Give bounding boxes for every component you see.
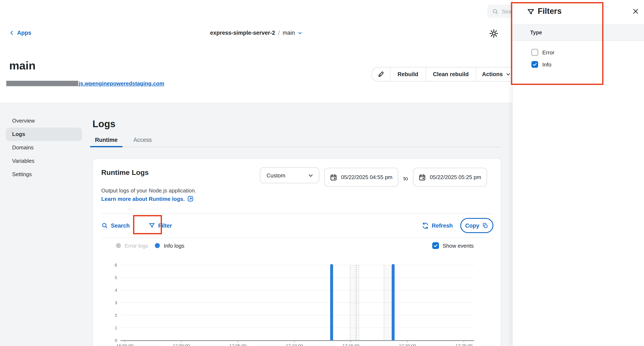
tickmark [124,340,125,342]
gear-icon [489,28,499,38]
tab-runtime[interactable]: Runtime [90,133,122,147]
environment-switcher[interactable]: main [283,30,302,36]
funnel-icon [527,8,535,16]
tickmark [294,340,295,342]
filters-panel-title: Filters [538,7,562,16]
sidebar-item-settings[interactable]: Settings [6,168,82,181]
ytick: 2 [96,312,117,318]
ytick: 0 [96,338,117,343]
ytick: 5 [96,275,117,280]
info-option-label: Info [542,61,551,68]
close-icon [632,8,639,15]
filters-panel-header: Filters [512,0,644,25]
logs-section-title: Logs [92,118,116,130]
clean-rebuild-button[interactable]: Clean rebuild [425,67,476,81]
ytick: 4 [96,288,117,292]
settings-gear-button[interactable] [489,28,499,38]
runtime-logs-card: Runtime Logs Custom 05/22/2025 04:55 pm … [92,158,501,346]
search-placeholder: Sea [502,8,511,14]
filter-option-info[interactable]: Info [532,61,551,68]
environment-sidebar: Overview Logs Domains Variables Settings [6,114,82,181]
filter-option-error[interactable]: Error [532,49,554,56]
back-label: Apps [17,30,32,36]
error-option-label: Error [542,49,554,56]
broom-icon [377,70,385,78]
page-title: main [9,60,36,72]
filters-type-section: Type [512,25,644,41]
error-checkbox[interactable] [532,49,538,56]
bar [392,264,394,340]
close-filters-button[interactable] [630,6,641,17]
runtime-logs-chart: 012345616:55:0017:00:0017:05:0017:10:001… [93,158,502,346]
purge-cache-button[interactable] [372,67,390,81]
chevron-down-icon [505,72,511,77]
xtick: 17:25:00 [447,343,480,346]
bar [330,264,333,340]
ytick: 3 [96,300,117,305]
chevron-left-icon [9,30,15,36]
redacted-url-block [6,81,78,86]
tickmark [351,340,351,342]
gridline [120,302,474,303]
breadcrumb-separator: / [278,29,280,36]
gridline [120,315,474,316]
environment-url-text: js.wpenginepoweredstaging.com [79,80,164,86]
chevron-down-icon [298,30,302,35]
actions-dropdown-button[interactable]: Actions [476,67,516,81]
breadcrumb-app-name[interactable]: express-simple-server-2 [210,30,275,36]
xtick: 17:10:00 [278,343,311,346]
back-to-apps-link[interactable]: Apps [9,22,32,44]
tickmark [238,340,238,342]
tickmark [407,340,408,342]
sidebar-item-variables[interactable]: Variables [6,154,82,168]
page: Sea Apps express-simple-server-2 / main [0,0,644,346]
search-icon [492,8,498,14]
logs-tabs: Runtime Access [90,133,501,147]
actions-label: Actions [482,71,503,78]
sidebar-item-domains[interactable]: Domains [6,141,82,154]
xtick: 17:15:00 [334,343,368,346]
breadcrumb: express-simple-server-2 / main [210,22,302,44]
info-checkbox[interactable] [532,61,538,68]
filters-type-label: Type [530,25,542,41]
ytick: 6 [96,262,117,267]
gridline [120,265,474,265]
tickmark [464,340,464,342]
evwindow [350,265,356,340]
rebuild-button[interactable]: Rebuild [390,67,425,81]
xtick: 17:05:00 [221,343,255,346]
ytick: 1 [96,325,117,330]
tickmark [181,340,182,342]
environment-actions-group: Rebuild Clean rebuild Actions [371,67,517,82]
xtick: 17:00:00 [165,343,198,346]
evwindow [356,265,359,340]
tab-access[interactable]: Access [128,133,157,147]
gridline [120,328,474,328]
gridline [120,290,474,290]
environment-name: main [283,30,295,36]
xtick: 16:55:00 [108,343,142,346]
xtick: 17:20:00 [391,343,424,346]
environment-url-link[interactable]: js.wpenginepoweredstaging.com [6,80,164,86]
filters-panel: Filters Type Error Info [512,0,644,346]
sidebar-item-logs[interactable]: Logs [6,128,82,141]
axisline [120,340,474,341]
sidebar-item-overview[interactable]: Overview [6,114,82,128]
gridline [120,278,474,278]
